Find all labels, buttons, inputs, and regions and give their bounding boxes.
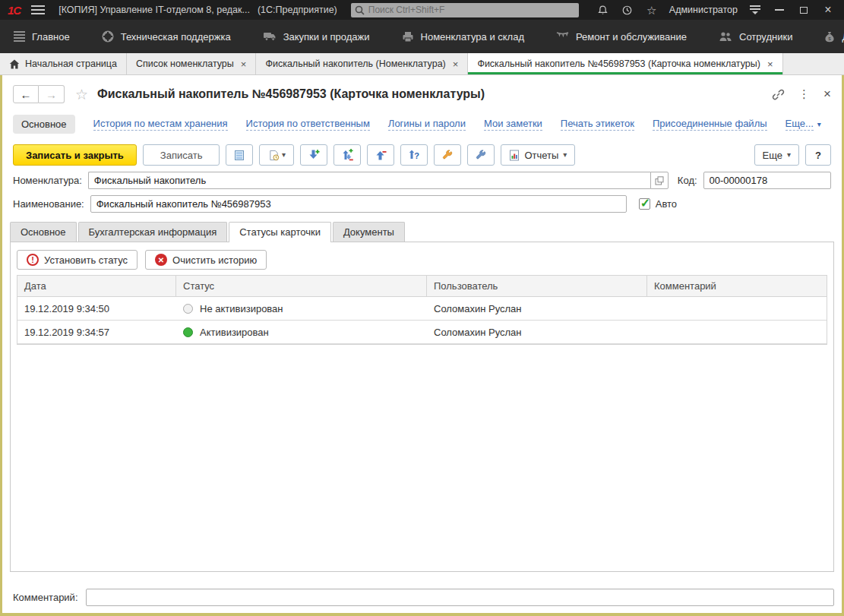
nomenclature-row: Номенклатура: Код: bbox=[2, 166, 842, 189]
comment-label: Комментарий: bbox=[13, 592, 78, 603]
get-link-icon[interactable] bbox=[772, 88, 785, 101]
help-button[interactable]: ? bbox=[805, 144, 831, 166]
card-tabs: Основное Бухгалтерская информация Статус… bbox=[2, 213, 842, 242]
comment-input[interactable] bbox=[86, 589, 835, 606]
tab-documents[interactable]: Документы bbox=[333, 222, 405, 242]
history-icon[interactable] bbox=[618, 2, 637, 18]
code-input[interactable] bbox=[703, 172, 831, 189]
form-nav-links: Основное История по местам хранения Исто… bbox=[2, 106, 842, 138]
sidebar-item-employees[interactable]: Сотрудники bbox=[703, 20, 808, 53]
navlink-main[interactable]: Основное bbox=[13, 115, 75, 134]
tab-label: Фискальный накопитель №456987953 (Карточ… bbox=[477, 58, 760, 69]
table-row[interactable]: 19.12.2019 9:34:57 Активизирован Соломах… bbox=[17, 321, 827, 344]
check-icon: ✓ bbox=[640, 196, 650, 210]
tab-close-icon[interactable]: × bbox=[453, 58, 459, 70]
nomenclature-label: Номенклатура: bbox=[13, 175, 82, 186]
name-label: Наименование: bbox=[13, 198, 84, 210]
nomenclature-input[interactable] bbox=[88, 172, 650, 189]
document-history-button[interactable]: ▾ bbox=[259, 144, 294, 166]
menu-label: Главное bbox=[32, 31, 70, 43]
form-close-icon[interactable]: × bbox=[823, 87, 831, 102]
settings-wrench-blue-button[interactable] bbox=[467, 144, 495, 166]
save-button[interactable]: Записать bbox=[143, 144, 220, 166]
favorite-star-icon[interactable]: ☆ bbox=[75, 86, 88, 103]
arrows-question-icon: ? bbox=[408, 149, 420, 161]
main-menu-icon[interactable] bbox=[31, 5, 45, 14]
document-clock-icon bbox=[268, 150, 280, 161]
more-label: Еще bbox=[763, 150, 782, 161]
column-header-status[interactable]: Статус bbox=[176, 276, 427, 296]
app-window: 1С [КОПИЯ] Управление IT-отделом 8, реда… bbox=[0, 0, 844, 616]
more-menu-icon[interactable]: ⋮ bbox=[798, 87, 810, 101]
set-status-button[interactable]: ! Установить статус bbox=[17, 250, 138, 270]
auto-checkbox[interactable]: ✓ bbox=[639, 198, 650, 210]
list-button[interactable] bbox=[226, 144, 253, 166]
maximize-icon[interactable] bbox=[794, 2, 814, 18]
menu-label: Сотрудники bbox=[739, 31, 792, 43]
sidebar-item-repair-maintenance[interactable]: Ремонт и обслуживание bbox=[540, 20, 703, 53]
status-table: Дата Статус Пользователь Комментарий 19.… bbox=[17, 275, 827, 345]
sidebar-item-glavnoe[interactable]: Главное bbox=[11, 20, 86, 53]
tab-nomenclature-list[interactable]: Список номенклатуры × bbox=[127, 53, 256, 74]
more-button[interactable]: Еще ▾ bbox=[754, 144, 799, 166]
tab-home[interactable]: Начальная страница bbox=[0, 53, 127, 74]
service-menu-icon[interactable] bbox=[745, 2, 765, 18]
tab-label: Начальная страница bbox=[25, 58, 117, 69]
cell-user: Соломахин Руслан bbox=[427, 297, 647, 320]
search-input[interactable] bbox=[368, 5, 575, 15]
favorites-star-icon[interactable]: ☆ bbox=[642, 2, 662, 18]
sidebar-item-purchases-sales[interactable]: Закупки и продажи bbox=[247, 20, 386, 53]
column-header-date[interactable]: Дата bbox=[17, 276, 176, 296]
name-input[interactable] bbox=[90, 195, 627, 213]
sidebar-item-nomenclature-warehouse[interactable]: Номенклатура и склад bbox=[386, 20, 540, 53]
tab-main[interactable]: Основное bbox=[10, 222, 77, 242]
sidebar-item-tech-support[interactable]: Техническая поддержка bbox=[86, 20, 247, 53]
tab-card-statuses[interactable]: Статусы карточки bbox=[229, 222, 331, 242]
tab-label: Фискальный накопитель (Номенклатура) bbox=[265, 58, 445, 69]
minimize-icon[interactable] bbox=[770, 2, 789, 18]
printer-icon bbox=[402, 31, 414, 43]
column-header-user[interactable]: Пользователь bbox=[427, 276, 647, 296]
tab-fiscal-drive-card[interactable]: Фискальный накопитель №456987953 (Карточ… bbox=[468, 53, 782, 74]
navlink-print-labels[interactable]: Печать этикеток bbox=[561, 118, 634, 131]
table-row[interactable]: 19.12.2019 9:34:50 Не активизирован Соло… bbox=[17, 297, 827, 321]
move-up-remove-button[interactable] bbox=[367, 144, 394, 166]
settings-wrench-orange-button[interactable] bbox=[434, 144, 461, 166]
tab-label: Список номенклатуры bbox=[136, 58, 234, 69]
current-user[interactable]: Администратор bbox=[669, 5, 738, 15]
navlink-more[interactable]: Еще... ▾ bbox=[786, 118, 821, 131]
window-close-icon[interactable]: × bbox=[818, 2, 838, 18]
clear-history-button[interactable]: ✕ Очистить историю bbox=[145, 250, 267, 270]
global-search[interactable] bbox=[351, 3, 579, 17]
menu-label: Техническая поддержка bbox=[121, 31, 231, 43]
move-down-add-button[interactable] bbox=[300, 144, 327, 166]
tab-close-icon[interactable]: × bbox=[767, 58, 773, 70]
forward-button[interactable]: → bbox=[39, 85, 65, 103]
navlink-logins-passwords[interactable]: Логины и пароли bbox=[388, 118, 466, 131]
form-header: ← → ☆ Фискальный накопитель №456987953 (… bbox=[2, 75, 842, 106]
notifications-bell-icon[interactable] bbox=[593, 2, 613, 18]
navlink-storage-history[interactable]: История по местам хранения bbox=[93, 118, 228, 131]
navlink-responsible-history[interactable]: История по ответственным bbox=[246, 118, 370, 131]
back-button[interactable]: ← bbox=[13, 85, 39, 103]
titlebar: 1С [КОПИЯ] Управление IT-отделом 8, реда… bbox=[0, 0, 844, 20]
table-header: Дата Статус Пользователь Комментарий bbox=[17, 276, 827, 297]
navlink-attached-files[interactable]: Присоединенные файлы bbox=[653, 118, 767, 131]
svg-text:?: ? bbox=[415, 151, 420, 160]
navlink-my-notes[interactable]: Мои заметки bbox=[484, 118, 542, 131]
open-nomenclature-button[interactable] bbox=[650, 172, 669, 189]
chevron-down-icon: ▾ bbox=[787, 151, 791, 159]
name-row: Наименование: ✓ Авто bbox=[2, 189, 842, 213]
sort-help-button[interactable]: ? bbox=[400, 144, 428, 166]
reports-button[interactable]: Отчеты ▾ bbox=[501, 144, 575, 166]
save-and-close-button[interactable]: Записать и закрыть bbox=[13, 144, 137, 166]
tab-close-icon[interactable]: × bbox=[241, 58, 247, 70]
column-header-comment[interactable]: Комментарий bbox=[647, 276, 827, 296]
menu-label: Ремонт и обслуживание bbox=[576, 31, 687, 43]
tab-accounting-info[interactable]: Бухгалтерская информация bbox=[78, 222, 228, 242]
move-updown-add-remove-button[interactable] bbox=[333, 144, 361, 166]
sidebar-item-money[interactable]: s Де bbox=[808, 20, 844, 53]
wrench-icon bbox=[475, 149, 487, 161]
menu-label: Закупки и продажи bbox=[283, 31, 370, 43]
tab-fiscal-drive-nomenclature[interactable]: Фискальный накопитель (Номенклатура) × bbox=[256, 53, 468, 74]
